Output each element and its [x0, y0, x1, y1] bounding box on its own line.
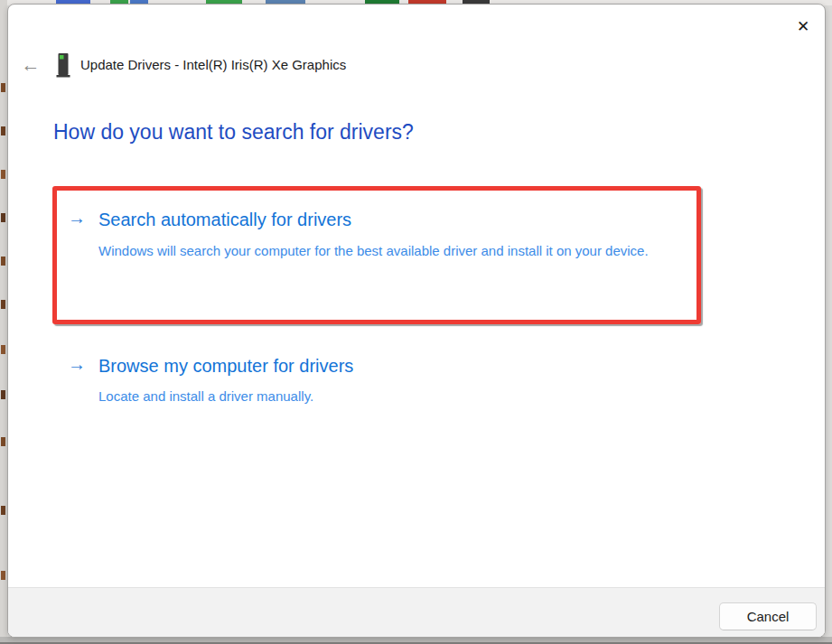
- desktop-fleck: [1, 345, 5, 354]
- close-button[interactable]: ✕: [789, 12, 818, 41]
- update-drivers-dialog: ✕ ← Update Drivers - Intel(R) Iris(R) Xe…: [7, 4, 826, 638]
- desktop-fleck: [1, 170, 5, 179]
- desktop-fleck: [1, 257, 5, 266]
- desktop-background-bottom: [0, 637, 832, 644]
- arrow-right-icon: →: [68, 353, 98, 408]
- option-title: Browse my computer for drivers: [98, 353, 353, 378]
- option-search-automatically[interactable]: → Search automatically for drivers Windo…: [68, 207, 649, 263]
- back-arrow-icon: ←: [22, 54, 41, 76]
- desktop-background-left: [0, 0, 7, 644]
- desktop-fleck: [1, 213, 5, 222]
- display-adapter-icon: [55, 52, 71, 79]
- desktop-fleck: [1, 126, 5, 135]
- option-title: Search automatically for drivers: [98, 207, 649, 232]
- page-heading: How do you want to search for drivers?: [53, 120, 414, 145]
- desktop-fleck: [1, 300, 5, 309]
- cancel-button[interactable]: Cancel: [719, 602, 817, 630]
- option-description: Locate and install a driver manually.: [98, 384, 353, 408]
- dialog-footer: Cancel: [8, 587, 825, 637]
- desktop-fleck: [1, 506, 5, 515]
- desktop-fleck: [1, 437, 5, 446]
- back-button[interactable]: ←: [17, 51, 44, 79]
- close-icon: ✕: [797, 17, 809, 36]
- desktop-fleck: [1, 390, 5, 399]
- arrow-right-icon: →: [68, 207, 98, 263]
- desktop-fleck: [1, 571, 5, 580]
- dialog-title: Update Drivers - Intel(R) Iris(R) Xe Gra…: [80, 57, 346, 72]
- option-description: Windows will search your computer for th…: [98, 238, 649, 263]
- option-browse-computer[interactable]: → Browse my computer for drivers Locate …: [68, 353, 353, 408]
- option-text: Browse my computer for drivers Locate an…: [98, 353, 353, 408]
- option-text: Search automatically for drivers Windows…: [98, 207, 649, 263]
- dialog-header: ← Update Drivers - Intel(R) Iris(R) Xe G…: [8, 50, 825, 86]
- desktop-fleck: [1, 83, 5, 92]
